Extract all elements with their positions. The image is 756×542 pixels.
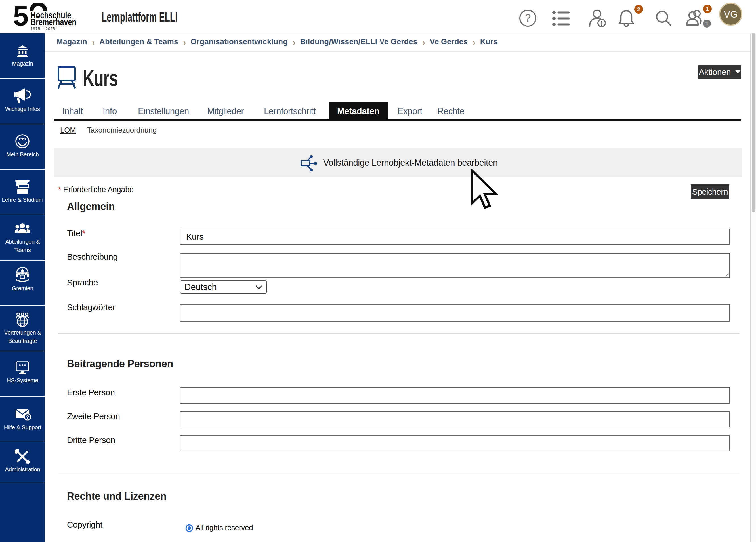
svg-text:?: ? — [525, 12, 531, 24]
svg-text:5: 5 — [13, 3, 29, 31]
svg-text:?: ? — [26, 415, 29, 420]
